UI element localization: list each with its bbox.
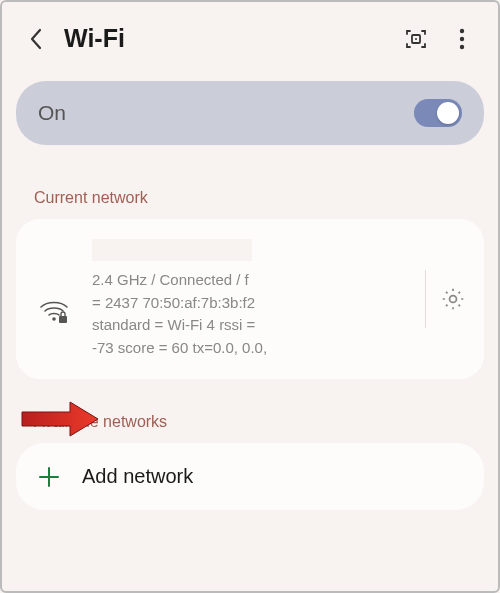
- wifi-toggle-row[interactable]: On: [16, 81, 484, 145]
- divider: [425, 270, 426, 328]
- svg-rect-6: [59, 316, 67, 323]
- network-details: 2.4 GHz / Connected / f = 2437 70:50:af:…: [92, 269, 322, 359]
- more-options-icon[interactable]: [450, 27, 474, 51]
- svg-point-2: [460, 28, 464, 32]
- svg-point-4: [460, 44, 464, 48]
- svg-point-3: [460, 36, 464, 40]
- add-network-label: Add network: [82, 465, 193, 488]
- current-network-section-label: Current network: [2, 155, 498, 219]
- add-network-button[interactable]: Add network: [16, 443, 484, 510]
- network-name-redacted: [92, 239, 252, 261]
- plus-icon: [38, 466, 60, 488]
- svg-point-7: [450, 296, 457, 303]
- switch-knob: [437, 102, 459, 124]
- available-networks-section-label: Available networks: [2, 379, 498, 443]
- wifi-toggle-switch[interactable]: [414, 99, 462, 127]
- wifi-secured-icon: [39, 299, 69, 329]
- page-title: Wi-Fi: [64, 24, 404, 53]
- current-network-card[interactable]: 2.4 GHz / Connected / f = 2437 70:50:af:…: [16, 219, 484, 379]
- network-settings-button[interactable]: [440, 286, 466, 312]
- svg-point-5: [52, 317, 56, 321]
- qr-scan-icon[interactable]: [404, 27, 428, 51]
- svg-point-1: [415, 38, 417, 40]
- wifi-toggle-label: On: [38, 101, 66, 125]
- back-button[interactable]: [26, 29, 46, 49]
